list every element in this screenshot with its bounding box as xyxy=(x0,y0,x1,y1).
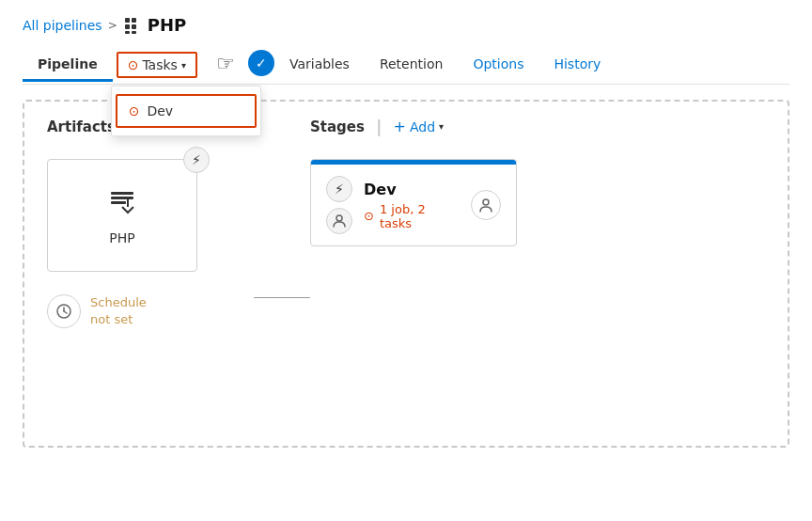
svg-rect-7 xyxy=(111,197,133,199)
stage-status: ⊙ 1 job, 2 tasks xyxy=(364,202,460,230)
breadcrumb-link[interactable]: All pipelines xyxy=(23,18,102,33)
svg-rect-1 xyxy=(132,18,136,23)
header: All pipelines > PHP Pipeline xyxy=(0,0,812,85)
svg-rect-5 xyxy=(132,31,136,34)
page-title: PHP xyxy=(148,15,186,35)
svg-point-14 xyxy=(483,199,489,205)
artifact-icon xyxy=(107,186,137,223)
svg-rect-6 xyxy=(111,192,133,195)
svg-rect-0 xyxy=(125,18,130,23)
tab-tasks[interactable]: ⊙ Tasks ▾ xyxy=(117,52,197,78)
pipeline-icon xyxy=(123,16,142,35)
svg-rect-2 xyxy=(125,24,130,29)
stage-info: Dev ⊙ 1 job, 2 tasks xyxy=(364,181,460,230)
tab-options[interactable]: Options xyxy=(458,49,539,82)
lightning-badge: ⚡ xyxy=(183,147,210,173)
artifact-name: PHP xyxy=(109,230,134,245)
main-content: Artifacts | + Add ⚡ xyxy=(0,85,812,463)
action-icons-row: ☞ ✓ xyxy=(209,46,274,80)
pipeline-canvas: Artifacts | + Add ⚡ xyxy=(23,100,789,448)
tab-pipeline[interactable]: Pipeline xyxy=(23,49,113,82)
stage-name: Dev xyxy=(364,181,460,198)
tasks-chevron-icon: ▾ xyxy=(181,60,186,71)
breadcrumb-separator: > xyxy=(108,19,117,32)
artifacts-label: Artifacts xyxy=(47,118,116,135)
stage-warning-icon: ⊙ xyxy=(364,209,374,223)
dropdown-item-dev[interactable]: ⊙ Dev xyxy=(116,94,257,128)
stage-left-icons: ⚡ xyxy=(326,176,352,234)
stages-label: Stages xyxy=(310,118,365,135)
tasks-warning-icon: ⊙ xyxy=(128,57,139,72)
breadcrumb: All pipelines > PHP xyxy=(23,15,789,35)
breadcrumb-current: PHP xyxy=(123,15,186,35)
tab-variables[interactable]: Variables xyxy=(274,49,365,82)
tab-retention[interactable]: Retention xyxy=(365,49,459,82)
svg-rect-3 xyxy=(132,24,136,29)
dropdown-warning-icon: ⊙ xyxy=(129,103,140,118)
tasks-dropdown-menu: ⊙ Dev xyxy=(111,86,261,136)
artifacts-section: Artifacts | + Add ⚡ xyxy=(47,117,254,431)
nav-tabs: Pipeline ⊙ Tasks ▾ ⊙ Dev ☞ ✓ Variables xyxy=(23,46,789,85)
hand-icon[interactable]: ☞ xyxy=(209,46,242,80)
tasks-tab-container: ⊙ Tasks ▾ ⊙ Dev xyxy=(113,52,201,78)
svg-rect-8 xyxy=(111,201,126,204)
stages-separator: | xyxy=(376,117,383,136)
check-icon[interactable]: ✓ xyxy=(248,50,274,76)
stages-add-button[interactable]: + Add ▾ xyxy=(394,118,445,135)
schedule-text: Schedule not set xyxy=(90,294,147,328)
artifact-card-php[interactable]: ⚡ PHP xyxy=(47,159,197,272)
stage-right-person-icon[interactable] xyxy=(471,190,501,220)
svg-point-13 xyxy=(336,215,342,221)
svg-line-12 xyxy=(64,311,67,313)
stage-person-icon xyxy=(326,208,352,234)
schedule-item[interactable]: Schedule not set xyxy=(47,294,254,328)
svg-rect-4 xyxy=(125,31,130,34)
schedule-clock-icon xyxy=(47,294,81,328)
connector-line xyxy=(254,297,310,298)
tab-history[interactable]: History xyxy=(539,49,616,82)
stage-lightning-icon: ⚡ xyxy=(326,176,352,202)
connector xyxy=(254,164,310,431)
stages-add-chevron-icon: ▾ xyxy=(439,121,444,132)
stages-section: Stages | + Add ▾ ⚡ xyxy=(310,117,765,431)
stages-plus-icon: + xyxy=(394,118,406,135)
stages-header: Stages | + Add ▾ xyxy=(310,117,765,136)
stage-card-dev[interactable]: ⚡ Dev ⊙ 1 job, 2 tasks xyxy=(310,159,517,246)
stage-card-body: ⚡ Dev ⊙ 1 job, 2 tasks xyxy=(311,165,516,245)
